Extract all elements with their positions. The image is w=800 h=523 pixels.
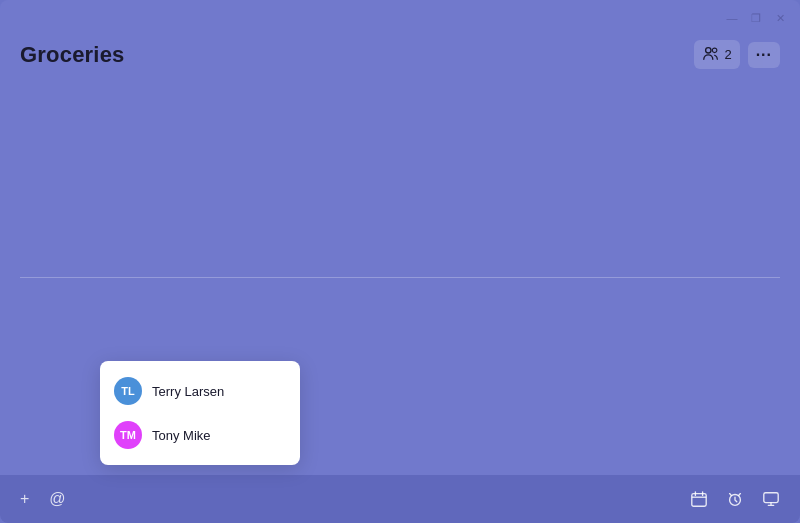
content-section-bottom: TL Terry Larsen TM Tony Mike (20, 278, 780, 476)
more-options-button[interactable]: ··· (748, 42, 780, 68)
svg-rect-2 (692, 494, 706, 507)
add-button[interactable]: + (16, 486, 33, 512)
app-window: — ❐ ✕ Groceries 2 ··· (0, 0, 800, 523)
avatar-tm: TM (114, 421, 142, 449)
maximize-button[interactable]: ❐ (748, 10, 764, 26)
page-title: Groceries (20, 42, 125, 68)
bottom-toolbar: + @ (0, 475, 800, 523)
mention-item-terry[interactable]: TL Terry Larsen (100, 369, 300, 413)
svg-rect-4 (764, 493, 778, 503)
mention-item-tony[interactable]: TM Tony Mike (100, 413, 300, 457)
content-section-top (20, 79, 780, 278)
toolbar-left: + @ (16, 486, 70, 512)
avatar-tl: TL (114, 377, 142, 405)
header-actions: 2 ··· (694, 40, 780, 69)
screen-button[interactable] (758, 486, 784, 512)
mention-name-terry: Terry Larsen (152, 384, 224, 399)
screen-icon (762, 490, 780, 508)
main-content: TL Terry Larsen TM Tony Mike (0, 79, 800, 475)
mention-button[interactable]: @ (45, 486, 69, 512)
app-header: Groceries 2 ··· (0, 32, 800, 79)
svg-point-0 (706, 48, 711, 53)
alarm-button[interactable] (722, 486, 748, 512)
calendar-button[interactable] (686, 486, 712, 512)
members-icon (702, 44, 720, 65)
members-count: 2 (724, 47, 731, 62)
title-bar-controls: — ❐ ✕ (724, 10, 788, 26)
members-button[interactable]: 2 (694, 40, 739, 69)
close-button[interactable]: ✕ (772, 10, 788, 26)
title-bar: — ❐ ✕ (0, 0, 800, 32)
mention-popup: TL Terry Larsen TM Tony Mike (100, 361, 300, 465)
minimize-button[interactable]: — (724, 10, 740, 26)
mention-name-tony: Tony Mike (152, 428, 211, 443)
toolbar-right (686, 486, 784, 512)
alarm-icon (726, 490, 744, 508)
svg-point-1 (713, 48, 718, 53)
calendar-icon (690, 490, 708, 508)
